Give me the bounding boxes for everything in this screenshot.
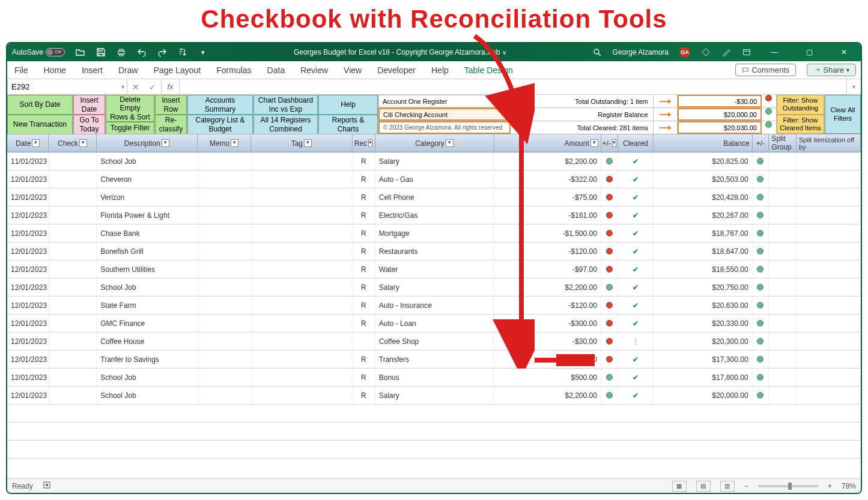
cell-memo[interactable] (198, 333, 252, 350)
cell-tag[interactable] (252, 351, 353, 368)
cell-tag[interactable] (252, 170, 353, 188)
cell-split-itemization[interactable] (797, 152, 861, 170)
cell-cleared-icon[interactable]: ✔ (618, 170, 654, 188)
tab-data[interactable]: Data (265, 65, 288, 75)
cell-rec[interactable]: R (353, 206, 375, 224)
cell-split-itemization[interactable] (797, 333, 861, 350)
cell-date[interactable]: 12/01/2023 (7, 333, 49, 350)
cell-split-itemization[interactable] (797, 261, 861, 278)
comments-button[interactable]: Comments (735, 64, 796, 76)
cell-amount[interactable]: -$30.00 (494, 333, 601, 350)
autosave-switch[interactable]: Off (46, 48, 65, 56)
cell-split-itemization[interactable] (797, 188, 861, 206)
cell-memo[interactable] (198, 170, 252, 188)
column-plus-minus[interactable]: +/-▾ (601, 134, 618, 152)
column-split-group[interactable]: Split Group (769, 134, 797, 152)
cell-check[interactable] (49, 369, 97, 386)
column-plus-minus-2[interactable]: +/- (753, 134, 769, 152)
cell-split-group[interactable] (769, 315, 797, 332)
cell-date[interactable]: 12/01/2023 (7, 279, 49, 296)
table-row[interactable]: 12/01/2023Coffee HouseCoffee Shop-$30.00… (7, 333, 861, 351)
cell-cleared-icon[interactable]: ✔ (618, 206, 654, 224)
table-row[interactable]: 12/01/2023State FarmRAuto - Insurance-$1… (7, 297, 861, 315)
cell-rec[interactable]: R (353, 297, 375, 314)
cell-description[interactable]: Southern Utilities (97, 261, 198, 278)
table-row-empty[interactable] (7, 441, 861, 459)
cell-split-itemization[interactable] (797, 387, 861, 404)
tab-help[interactable]: Help (429, 65, 451, 75)
zoom-level[interactable]: 78% (842, 482, 856, 490)
filter-dropdown-icon[interactable]: ▾ (590, 139, 598, 147)
cell-category[interactable]: Electric/Gas (375, 206, 494, 224)
all-registers-button[interactable]: All 14 Registers Combined (253, 115, 318, 134)
search-icon[interactable] (592, 47, 602, 57)
cell-cleared-icon[interactable]: ✔ (618, 369, 654, 386)
tab-developer[interactable]: Developer (375, 65, 418, 75)
table-row[interactable]: 11/01/2023School JobRSalary$2,200.00✔$20… (7, 152, 861, 170)
filter-dropdown-icon[interactable]: ▾ (231, 139, 238, 147)
normal-view-button[interactable]: ▦ (672, 481, 687, 492)
tab-table-design[interactable]: Table Design (462, 65, 515, 75)
cell-tag[interactable] (252, 224, 353, 242)
cell-amount[interactable]: -$3,000.00 (494, 351, 601, 368)
autosave-toggle[interactable]: AutoSave Off (12, 48, 65, 56)
cell-split-group[interactable] (769, 279, 797, 296)
filter-dropdown-icon[interactable]: ▾ (32, 139, 40, 147)
cell-split-group[interactable] (769, 224, 797, 242)
cell-date[interactable]: 12/01/2023 (7, 261, 49, 278)
cell-memo[interactable] (198, 152, 252, 170)
cell-rec[interactable] (353, 333, 375, 350)
column-memo[interactable]: Memo▾ (198, 134, 251, 152)
tab-home[interactable]: Home (41, 65, 68, 75)
close-button[interactable]: ✕ (832, 43, 856, 61)
cell-cleared-icon[interactable]: ❕ (618, 333, 654, 350)
cell-description[interactable]: School Job (97, 369, 198, 386)
cell-memo[interactable] (198, 279, 252, 296)
macro-recorder-icon[interactable] (43, 481, 51, 491)
cell-split-group[interactable] (769, 261, 797, 278)
cell-date[interactable]: 12/01/2023 (7, 351, 49, 368)
cell-split-group[interactable] (769, 188, 797, 206)
cell-check[interactable] (49, 333, 97, 350)
cell-amount[interactable]: -$300.00 (494, 315, 601, 332)
cell-cleared-icon[interactable]: ✔ (618, 242, 654, 260)
category-list-button[interactable]: Category List & Budget (187, 115, 253, 134)
data-grid[interactable]: 11/01/2023School JobRSalary$2,200.00✔$20… (7, 152, 861, 478)
cell-memo[interactable] (198, 206, 252, 224)
cell-description[interactable]: School Job (97, 152, 198, 170)
cell-memo[interactable] (198, 261, 252, 278)
cell-rec[interactable]: R (353, 170, 375, 188)
cell-description[interactable]: GMC Finance (97, 315, 198, 332)
tab-formulas[interactable]: Formulas (214, 65, 253, 75)
share-button[interactable]: Share ▾ (807, 64, 856, 76)
cell-split-itemization[interactable] (797, 297, 861, 314)
cell-category[interactable]: Bonus (375, 369, 494, 386)
cell-description[interactable]: School Job (97, 279, 198, 296)
table-row[interactable]: 12/01/2023CheveronRAuto - Gas-$322.00✔$2… (7, 170, 861, 188)
minimize-button[interactable]: — (762, 43, 786, 61)
cell-date[interactable]: 12/01/2023 (7, 297, 49, 314)
formula-expand-icon[interactable]: ▾ (846, 79, 861, 94)
cell-tag[interactable] (252, 279, 353, 296)
cell-rec[interactable]: R (353, 315, 375, 332)
new-transaction-button[interactable]: New Transaction (7, 115, 73, 134)
table-row[interactable]: 12/01/2023Bonefish GrillRRestaurants-$12… (7, 242, 861, 261)
zoom-out-button[interactable]: − (744, 482, 748, 490)
cell-date[interactable]: 12/01/2023 (7, 170, 49, 188)
cell-date[interactable]: 12/01/2023 (7, 188, 49, 206)
cell-tag[interactable] (252, 369, 353, 386)
cell-description[interactable]: Florida Power & Light (97, 206, 198, 224)
filter-dropdown-icon[interactable]: ▾ (79, 139, 87, 147)
cell-date[interactable]: 12/01/2023 (7, 206, 49, 224)
cell-memo[interactable] (198, 297, 252, 314)
undo-icon[interactable] (137, 47, 147, 57)
filter-dropdown-icon[interactable]: ▾ (304, 139, 312, 147)
cell-check[interactable] (49, 224, 97, 242)
cell-amount[interactable]: -$322.00 (494, 170, 601, 188)
cell-description[interactable]: Bonefish Grill (97, 242, 198, 260)
cell-cleared-icon[interactable]: ✔ (618, 261, 654, 278)
cell-amount[interactable]: -$120.00 (494, 297, 601, 314)
cell-cleared-icon[interactable]: ✔ (618, 152, 654, 170)
sort-icon[interactable] (178, 47, 187, 57)
cell-category[interactable]: Restaurants (375, 242, 494, 260)
